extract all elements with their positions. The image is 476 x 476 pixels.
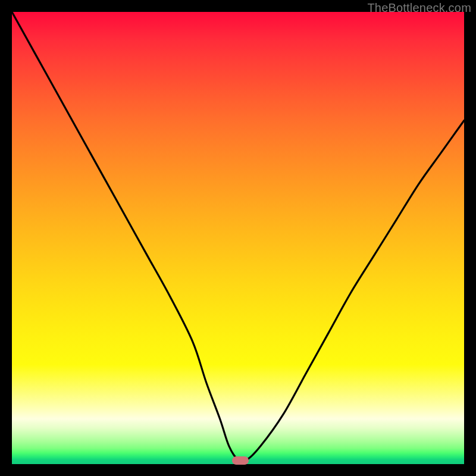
chart-frame: TheBottleneck.com [0,0,476,476]
optimal-marker [232,456,249,465]
watermark-text: TheBottleneck.com [367,1,471,15]
bottleneck-curve [12,12,464,464]
plot-area [12,12,464,464]
